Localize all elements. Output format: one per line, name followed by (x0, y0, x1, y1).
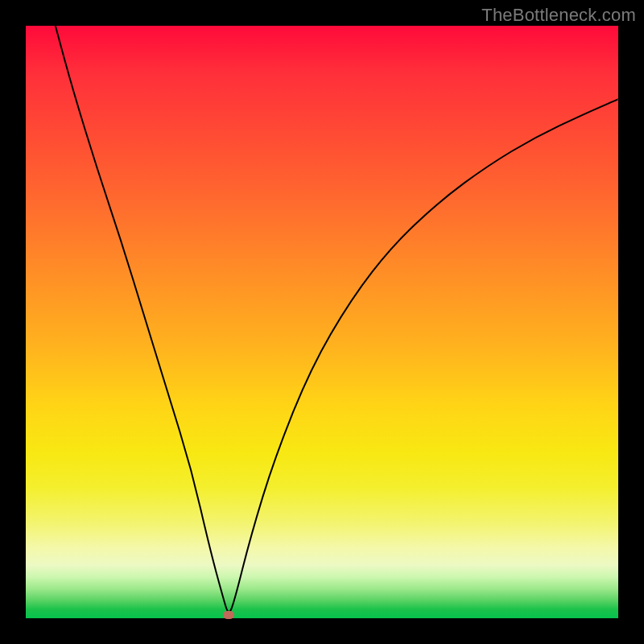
bottleneck-curve (26, 26, 618, 618)
chart-frame: TheBottleneck.com (0, 0, 644, 644)
plot-area (26, 26, 618, 618)
optimal-marker (223, 611, 234, 619)
curve-path (56, 26, 618, 612)
attribution-text: TheBottleneck.com (481, 5, 636, 26)
